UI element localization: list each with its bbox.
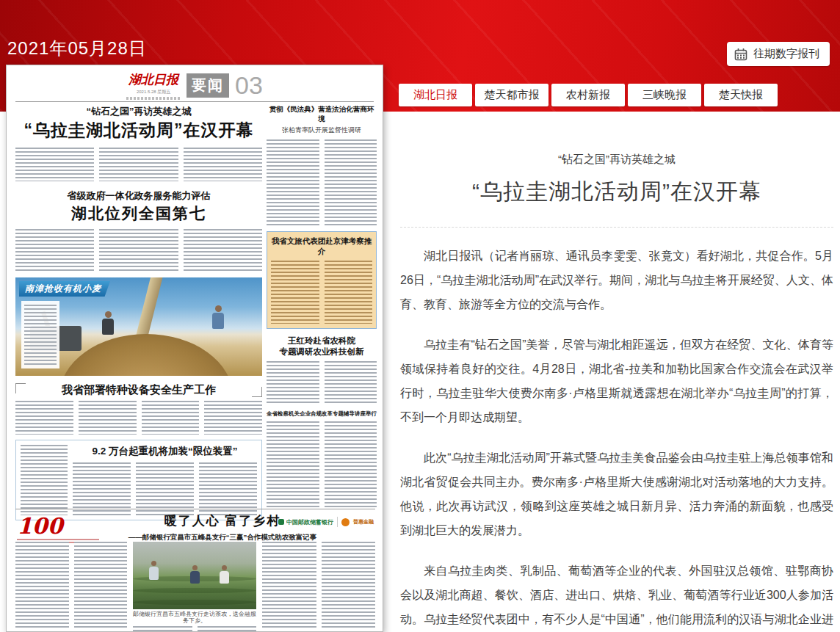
page-number: 03: [235, 71, 263, 100]
farmer-figure-2: [190, 565, 200, 584]
centenary-logo-number: 100: [17, 513, 63, 539]
wang-body-placeholder: [267, 361, 377, 405]
wang-headline-1: 王红玲赴省农科院: [267, 335, 377, 346]
archive-button[interactable]: 往期数字报刊: [727, 42, 830, 66]
newspaper-page-scan[interactable]: 湖北日报 2021.5.28 星期五 要闻 03 “钻石之国”再访英雄之城 “乌…: [6, 65, 383, 632]
paper-logo: 湖北日报: [126, 71, 181, 88]
tab-sanxia-evening[interactable]: 三峡晚报: [628, 84, 701, 106]
worker-figure: [102, 311, 114, 335]
wheat-photo-label: 南漳抢收有机小麦: [19, 281, 110, 297]
masthead-rule: [15, 101, 374, 102]
tab-chutian-express[interactable]: 楚天快报: [704, 84, 778, 106]
calendar-icon: [734, 48, 747, 61]
paper-editors-placeholder: [126, 97, 181, 100]
psbc-bank-logo: 中国邮政储蓄银行: [278, 518, 333, 526]
safety-headline: 我省部署特种设备安全生产工作: [30, 383, 247, 397]
bracket-right: [252, 387, 262, 397]
article-paragraph: 乌拉圭有“钻石之国”美誉，尽管与湖北相距遥远，但双方在经贸、文化、体育等领域保持…: [400, 333, 833, 429]
edition-tabs: 湖北日报 楚天都市报 农村新报 三峡晚报 楚天快报: [399, 84, 778, 106]
centenary-logo: 100: [17, 515, 105, 545]
article-title: “乌拉圭湖北活动周”在汉开幕: [400, 177, 833, 207]
article-paragraph: 此次“乌拉圭湖北活动周”开幕式暨乌拉圭美食品鉴会由乌拉圭驻上海总领事馆和湖北省贸…: [400, 446, 833, 542]
crane-left-col-placeholder: [21, 445, 68, 515]
logo-divider: [337, 517, 338, 527]
crane-body-placeholder: [73, 462, 257, 515]
sponsor-logos: 中国邮政储蓄银行 普惠金融: [278, 517, 374, 527]
article-paragraph: 来自乌拉圭肉类、乳制品、葡萄酒等企业的代表、外国驻汉总领馆、驻鄂商协会以及湖北商…: [400, 559, 833, 632]
article-body: 湖北日报讯（记者肖丽琼、通讯员李雯雯、张竟文）看好湖北，共促合作。5月26日，“…: [400, 244, 833, 632]
photo-caption-box-placeholder: [21, 301, 59, 368]
farmer-figure-3: [220, 565, 229, 584]
lead-kicker: “钻石之国”再访英雄之城: [15, 105, 262, 118]
bracket-left: [15, 383, 26, 393]
finance-logo-icon: [341, 518, 350, 526]
paper-masthead: 湖北日报 2021.5.28 星期五 要闻 03: [7, 70, 383, 100]
tab-chutian-metropolis[interactable]: 楚天都市报: [475, 84, 548, 106]
tab-rural-news[interactable]: 农村新报: [551, 84, 625, 106]
article-panel: “钻石之国”再访英雄之城 “乌拉圭湖北活动周”在汉开幕 湖北日报讯（记者肖丽琼、…: [400, 112, 833, 632]
tea-field-photo: [133, 542, 256, 609]
tea-photo-caption: 邮储银行宜昌市五峰县支行走访茶农，送金融服务下乡。: [133, 611, 256, 624]
safety-body-placeholder: [15, 401, 262, 435]
rank-headline: 湖北位列全国第七: [15, 203, 262, 224]
rank-body-placeholder: [15, 229, 262, 272]
safety-headline-row: 我省部署特种设备安全生产工作: [15, 383, 262, 397]
wheat-harvest-photo: 南漳抢收有机小麦: [15, 277, 262, 376]
finance-logo-label: 普惠金融: [353, 518, 374, 526]
culture-tour-box: 我省文旅代表团赴京津考察推介: [267, 231, 377, 329]
paper-right-column: 贯彻《民法典》营造法治化营商环境 张柏青率队开展监督性调研 我省文旅代表团赴京津…: [267, 105, 377, 508]
culture-box-body-placeholder: [271, 261, 372, 324]
bottom-right-text-placeholder: [262, 542, 375, 632]
article-kicker: “钻石之国”再访英雄之城: [400, 153, 833, 167]
epaper-page: 2021年05月28日 往期数字报刊 湖北日报 楚天都市报 农村新报 三峡晚报 …: [0, 0, 840, 632]
bottom-article-body: 邮储银行宜昌市五峰县支行走访茶农，送金融服务下乡。: [15, 542, 375, 632]
tab-hubei-daily[interactable]: 湖北日报: [399, 84, 472, 106]
issue-date: 2021年05月28日: [7, 37, 147, 60]
banker-figure: [149, 561, 159, 580]
bottom-left-text-placeholder: [15, 542, 127, 632]
title-divider: [400, 227, 833, 228]
lead-headline: “乌拉圭湖北活动周”在汉开幕: [15, 119, 262, 142]
paper-left-column: “钻石之国”再访英雄之城 “乌拉圭湖北活动周”在汉开幕 省级政府一体化政务服务能…: [15, 105, 262, 520]
procuratorate-body-placeholder: [267, 421, 377, 508]
lead-body-placeholder: [15, 148, 262, 181]
grain-chute-shape: [136, 277, 163, 338]
wang-headline-2: 专题调研农业科技创新: [267, 346, 377, 357]
procuratorate-headline: 全省检察机关企业合规改革专题辅导讲座举行: [267, 410, 377, 418]
paper-date-line: 2021.5.28 星期五: [126, 89, 181, 95]
farmer-figure: [212, 305, 224, 329]
law-body-placeholder: [267, 139, 377, 226]
archive-button-label: 往期数字报刊: [753, 47, 819, 61]
tea-photo-block: 邮储银行宜昌市五峰县支行走访茶农，送金融服务下乡。: [133, 542, 256, 632]
grain-pile-shape: [59, 334, 232, 376]
crane-headline: 9.2 万台起重机将加装“限位装置”: [73, 445, 257, 458]
bottom-feature-band: 100 暖了人心 富了乡村 ——邮储银行宜昌市五峰县支行“三赢”合作模式助农致富…: [15, 509, 375, 632]
bottom-center-text-placeholder: [133, 626, 256, 632]
section-badge: 要闻: [187, 73, 229, 98]
law-headline: 贯彻《民法典》营造法治化营商环境: [267, 105, 377, 124]
culture-box-headline: 我省文旅代表团赴京津考察推介: [271, 236, 372, 257]
rank-kicker: 省级政府一体化政务服务能力评估: [15, 189, 262, 203]
law-subhead: 张柏青率队开展监督性调研: [267, 126, 377, 135]
article-paragraph: 湖北日报讯（记者肖丽琼、通讯员李雯雯、张竟文）看好湖北，共促合作。5月26日，“…: [400, 244, 833, 316]
